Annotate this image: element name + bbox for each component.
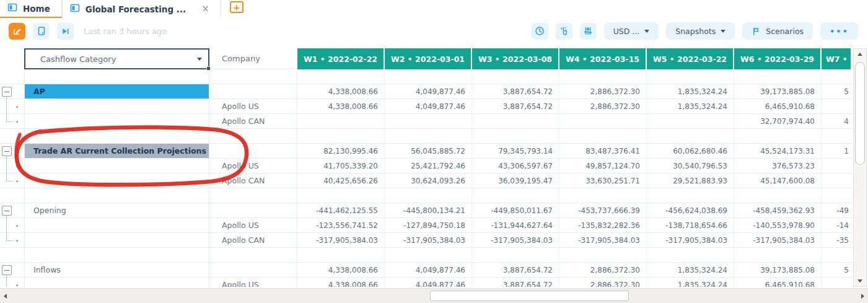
scenarios-button[interactable]: Scenarios [742,22,813,40]
value-cell[interactable]: 30,624,093.26 [385,173,472,188]
category-cell[interactable] [24,188,209,203]
value-cell[interactable]: 4,049,877.46 [385,278,472,287]
value-cell[interactable]: 79,345,793.14 [472,144,559,158]
value-cell[interactable]: 5 [822,263,851,277]
category-cell[interactable] [24,173,209,188]
value-cell[interactable]: 1,835,324.24 [647,263,734,277]
value-cell[interactable] [647,129,734,143]
value-cell[interactable] [647,69,734,84]
category-cell[interactable] [24,69,209,84]
value-cell[interactable] [472,248,559,262]
run-button[interactable] [57,23,74,40]
horizontal-scrollbar-thumb[interactable] [430,291,629,301]
dropdown-caret-icon[interactable] [197,58,202,61]
value-cell[interactable] [822,129,851,143]
horizontal-scrollbar[interactable] [0,288,868,303]
value-cell[interactable] [822,248,851,262]
value-cell[interactable]: 3,887,654.72 [472,84,559,99]
value-cell[interactable]: 6,465,910.68 [734,278,822,287]
value-cell[interactable]: 4,338,008.66 [297,263,385,277]
value-cell[interactable] [647,188,734,203]
week-header[interactable]: W5 • 2022-03-22 [647,48,734,69]
value-cell[interactable]: 25,421,792.46 [385,159,472,173]
company-cell[interactable] [209,69,297,84]
value-cell[interactable]: 43,306,597.67 [472,159,559,173]
value-cell[interactable] [734,188,822,203]
value-cell[interactable]: 4,338,008.66 [297,99,385,113]
cashflow-category-header[interactable]: Cashflow Category [24,48,209,69]
value-cell[interactable] [822,159,851,173]
value-cell[interactable]: 3,887,654.72 [472,263,559,277]
value-cell[interactable]: 2,886,372.30 [559,263,647,277]
value-cell[interactable]: 4,338,008.66 [297,278,385,287]
value-cell[interactable]: 3,887,654.72 [472,278,559,287]
value-cell[interactable]: 40,425,656.26 [297,173,385,188]
collapse-button[interactable] [2,87,12,97]
category-cell[interactable] [24,248,209,262]
company-cell[interactable]: Apollo US [209,278,297,287]
value-cell[interactable]: -135,832,282.36 [559,218,647,232]
company-cell[interactable] [209,248,297,262]
value-cell[interactable] [734,248,822,262]
category-cell[interactable] [24,129,209,143]
value-cell[interactable]: 1,835,324.24 [647,99,734,113]
category-cell[interactable] [24,99,209,113]
collapse-button[interactable] [2,146,12,156]
category-cell[interactable]: Trade AR Current Collection Projections [24,144,209,158]
week-header[interactable]: W6 • 2022-03-29 [734,48,822,69]
company-cell[interactable]: Apollo US [209,159,297,173]
value-cell[interactable] [822,278,851,287]
value-cell[interactable]: 6,465,910.68 [734,99,822,113]
category-cell[interactable] [24,218,209,232]
value-cell[interactable]: -35 [822,233,851,247]
value-cell[interactable]: 29,521,883.93 [647,173,734,188]
value-cell[interactable] [647,114,734,128]
value-cell[interactable] [734,69,822,84]
company-cell[interactable] [209,203,297,217]
value-cell[interactable] [559,129,647,143]
value-cell[interactable]: 41,705,339.20 [297,159,385,173]
value-cell[interactable]: 49,857,124.70 [559,159,647,173]
tab-home[interactable]: Home [0,0,62,17]
week-header[interactable]: W2 • 2022-03-01 [385,48,472,69]
value-cell[interactable]: -453,737,666.39 [559,203,647,217]
value-cell[interactable]: -49 [822,203,851,217]
value-cell[interactable] [472,129,559,143]
value-cell[interactable] [385,69,472,84]
value-cell[interactable]: 39,173,885.08 [734,263,822,277]
scroll-right-arrow[interactable] [857,289,868,303]
company-cell[interactable] [209,84,297,99]
value-cell[interactable] [385,114,472,128]
vertical-scrollbar[interactable] [853,48,867,287]
value-cell[interactable] [822,69,851,84]
value-cell[interactable]: -456,624,038.69 [647,203,734,217]
value-cell[interactable]: -317,905,384.03 [734,233,822,247]
value-cell[interactable]: 60,062,680.46 [647,144,734,158]
value-cell[interactable] [385,129,472,143]
value-cell[interactable] [822,99,851,113]
company-cell[interactable]: Apollo CAN [209,173,297,188]
snapshots-dropdown[interactable]: Snapshots [666,22,735,40]
value-cell[interactable]: -317,905,384.03 [559,233,647,247]
value-cell[interactable]: 56,045,885.72 [385,144,472,158]
value-cell[interactable]: 1,835,324.24 [647,84,734,99]
value-cell[interactable]: -317,905,384.03 [385,233,472,247]
company-cell[interactable]: Apollo US [209,218,297,232]
company-header[interactable]: Company [209,48,297,69]
currency-dropdown[interactable]: USD ... [604,22,659,40]
collapse-button[interactable] [2,206,12,216]
value-cell[interactable] [385,188,472,203]
add-tab-button[interactable]: + [230,1,243,13]
week-header[interactable]: W1 • 2022-02-22 [297,48,385,69]
value-cell[interactable]: -441,462,125.55 [297,203,385,217]
value-cell[interactable]: -317,905,384.03 [647,233,734,247]
category-cell[interactable] [24,278,209,287]
value-cell[interactable]: 1,835,324.24 [647,278,734,287]
value-cell[interactable]: 376,573.23 [734,159,822,173]
value-cell[interactable] [822,173,851,188]
category-cell[interactable] [24,233,209,247]
category-cell[interactable]: Inflows [24,263,209,277]
company-cell[interactable]: Apollo CAN [209,114,297,128]
value-cell[interactable]: -449,850,011.67 [472,203,559,217]
value-cell[interactable]: 4,049,877.46 [385,263,472,277]
